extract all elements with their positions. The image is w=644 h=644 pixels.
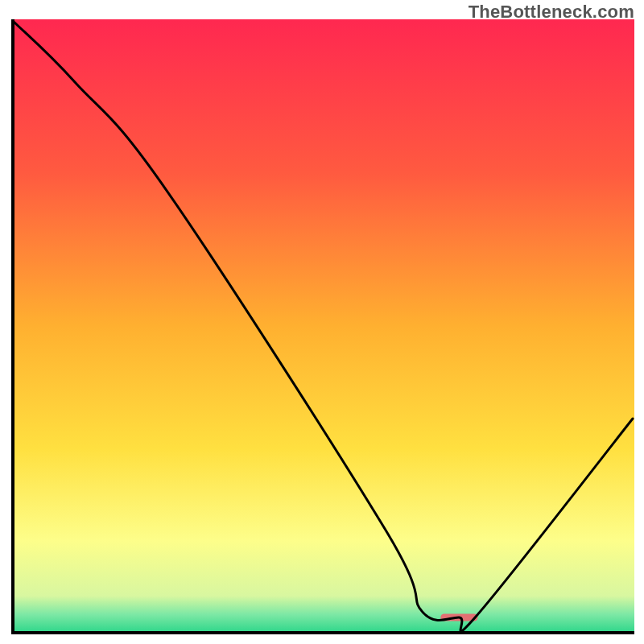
- chart-frame: TheBottleneck.com: [0, 0, 644, 644]
- plot-area: [11, 19, 634, 634]
- chart-svg: [11, 19, 634, 634]
- gradient-background: [13, 19, 634, 633]
